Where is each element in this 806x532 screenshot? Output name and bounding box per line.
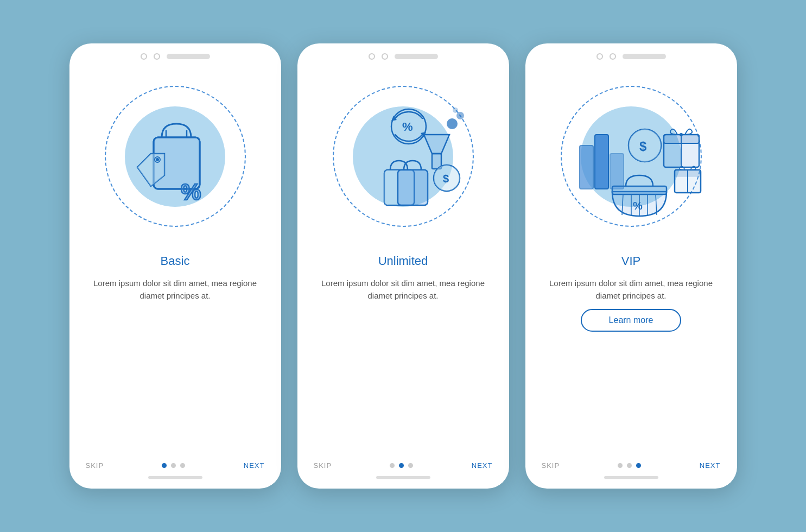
svg-rect-27 (580, 145, 593, 189)
skip-vip[interactable]: SKIP (542, 461, 560, 470)
svg-rect-44 (612, 186, 667, 194)
next-unlimited[interactable]: NEXT (472, 461, 493, 470)
phone-speaker-3 (610, 53, 616, 60)
next-basic[interactable]: NEXT (244, 461, 265, 470)
vip-illustration-svg: $ (558, 86, 705, 227)
bottom-basic: SKIP NEXT (69, 457, 281, 489)
phone-camera-3 (596, 53, 603, 60)
dot-2-basic (171, 463, 176, 468)
dot-1-basic (162, 463, 167, 468)
phone-top-bar-basic (69, 43, 281, 64)
svg-rect-26 (398, 170, 428, 205)
nav-row-vip: SKIP NEXT (542, 461, 721, 470)
next-vip[interactable]: NEXT (700, 461, 721, 470)
phone-top-bar-vip (525, 43, 737, 64)
learn-more-button[interactable]: Learn more (581, 309, 682, 332)
dot-1-unlimited (390, 463, 395, 468)
bottom-unlimited: SKIP NEXT (297, 457, 509, 489)
svg-text:$: $ (639, 139, 647, 154)
skip-unlimited[interactable]: SKIP (314, 461, 332, 470)
svg-point-38 (680, 133, 683, 136)
svg-text:%: % (633, 200, 643, 212)
phone-camera (141, 53, 147, 60)
content-unlimited: Unlimited Lorem ipsum dolor sit dim amet… (297, 249, 509, 457)
unlimited-illustration-svg: % $ (333, 86, 474, 227)
phone-notch-2 (395, 54, 438, 59)
desc-vip: Lorem ipsum dolor sit dim amet, mea regi… (542, 277, 721, 302)
dot-3-unlimited (408, 463, 413, 468)
screens-container: % % Basic Lorem ipsum dolor sit dim amet… (69, 43, 737, 489)
content-vip: VIP Lorem ipsum dolor sit dim amet, mea … (525, 249, 737, 457)
home-indicator-basic (148, 476, 202, 479)
title-unlimited: Unlimited (378, 254, 428, 268)
phone-camera-2 (369, 53, 375, 60)
dots-basic (162, 463, 185, 468)
content-basic: Basic Lorem ipsum dolor sit dim amet, me… (69, 249, 281, 457)
illustration-vip: $ (525, 64, 737, 249)
phone-speaker-2 (382, 53, 388, 60)
title-basic: Basic (161, 254, 190, 268)
dot-1-vip (618, 463, 623, 468)
svg-point-18 (456, 112, 464, 119)
skip-basic[interactable]: SKIP (86, 461, 104, 470)
svg-point-6 (156, 158, 159, 161)
svg-rect-28 (595, 135, 608, 189)
title-vip: VIP (621, 254, 640, 268)
dot-2-vip (627, 463, 632, 468)
phone-notch (167, 54, 210, 59)
svg-text:%: % (402, 120, 413, 134)
svg-rect-29 (610, 154, 624, 189)
illustration-unlimited: % $ (297, 64, 509, 249)
dots-vip (618, 463, 641, 468)
phone-unlimited: % $ (297, 43, 509, 489)
phone-notch-3 (623, 54, 666, 59)
desc-unlimited: Lorem ipsum dolor sit dim amet, mea regi… (314, 277, 493, 302)
phone-top-bar-unlimited (297, 43, 509, 64)
svg-point-19 (453, 107, 458, 113)
home-indicator-unlimited (376, 476, 430, 479)
phone-vip: $ (525, 43, 737, 489)
svg-point-17 (447, 118, 458, 129)
home-indicator-vip (604, 476, 658, 479)
phone-speaker (154, 53, 160, 60)
svg-text:%: % (181, 179, 201, 205)
desc-basic: Lorem ipsum dolor sit dim amet, mea regi… (86, 277, 265, 302)
dot-3-basic (180, 463, 185, 468)
svg-text:$: $ (443, 173, 449, 185)
bottom-vip: SKIP NEXT (525, 457, 737, 489)
nav-row-basic: SKIP NEXT (86, 461, 265, 470)
dot-2-unlimited (399, 463, 404, 468)
basic-illustration-svg: % % (110, 91, 240, 221)
illustration-basic: % % (69, 64, 281, 249)
phone-basic: % % Basic Lorem ipsum dolor sit dim amet… (69, 43, 281, 489)
dots-unlimited (390, 463, 413, 468)
nav-row-unlimited: SKIP NEXT (314, 461, 493, 470)
dot-3-vip (636, 463, 641, 468)
